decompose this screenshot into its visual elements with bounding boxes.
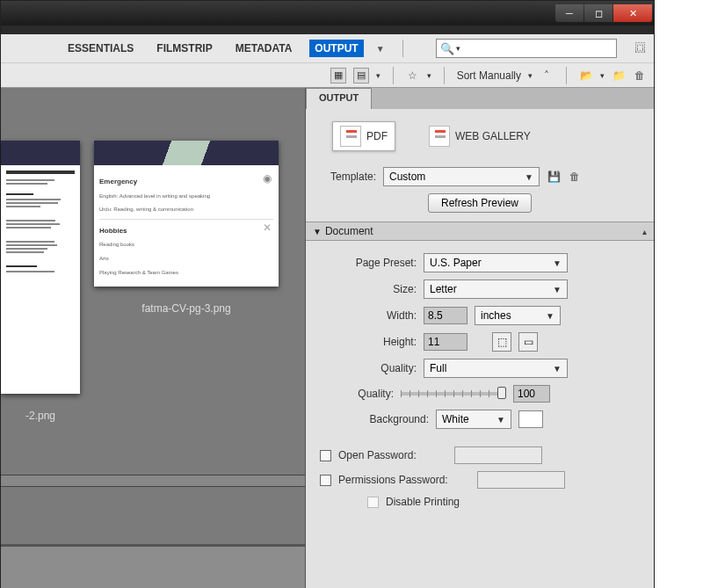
workspace-tab-output[interactable]: OUTPUT bbox=[309, 40, 363, 57]
permissions-password-label: Permissions Password: bbox=[338, 474, 470, 486]
sort-direction-icon[interactable]: ˄ bbox=[540, 69, 554, 83]
workspace-tab-filmstrip[interactable]: FILMSTRIP bbox=[151, 40, 217, 57]
window-maximize-button[interactable]: ◻ bbox=[584, 4, 612, 22]
document-section-title: Document bbox=[325, 225, 373, 237]
width-input[interactable] bbox=[424, 307, 467, 324]
delete-template-icon[interactable]: 🗑 bbox=[568, 170, 582, 184]
panel-tab-output[interactable]: OUTPUT bbox=[306, 88, 372, 109]
view-dropdown-icon[interactable]: ▾ bbox=[376, 71, 380, 80]
disable-printing-label: Disable Printing bbox=[386, 496, 460, 508]
window-titlebar: ─ ◻ ✕ bbox=[1, 1, 654, 25]
page-preset-value: U.S. Paper bbox=[430, 257, 482, 269]
width-unit-value: inches bbox=[481, 309, 511, 322]
scroll-up-icon[interactable]: ▴ bbox=[642, 227, 647, 236]
sort-dropdown-icon[interactable]: ▾ bbox=[528, 71, 533, 80]
height-label: Height: bbox=[320, 336, 417, 348]
search-field[interactable]: 🔍 ▾ bbox=[436, 39, 616, 58]
workspace-tab-metadata[interactable]: METADATA bbox=[230, 40, 298, 57]
web-gallery-label: WEB GALLERY bbox=[455, 130, 531, 142]
compact-mode-icon[interactable]: ⿴ bbox=[634, 41, 647, 55]
workspace-tab-essentials[interactable]: ESSENTIALS bbox=[62, 40, 139, 57]
window-close-button[interactable]: ✕ bbox=[613, 4, 652, 22]
template-label: Template: bbox=[320, 171, 376, 183]
permissions-password-checkbox[interactable] bbox=[320, 475, 331, 486]
new-folder-icon[interactable]: 📁 bbox=[612, 69, 626, 83]
quality-preset-select[interactable]: Full ▼ bbox=[424, 359, 568, 378]
application-bar: ESSENTIALS FILMSTRIP METADATA OUTPUT ▼ 🔍… bbox=[1, 34, 654, 88]
page-preset-label: Page Preset: bbox=[320, 257, 417, 269]
view-grid-icon[interactable]: ▦ bbox=[330, 68, 346, 83]
size-value: Letter bbox=[430, 283, 457, 295]
chevron-down-icon: ▼ bbox=[553, 258, 562, 268]
triangle-down-icon: ▼ bbox=[313, 227, 322, 236]
background-value: White bbox=[442, 413, 469, 425]
template-value: Custom bbox=[389, 171, 425, 183]
chevron-down-icon: ▼ bbox=[496, 415, 505, 425]
open-password-checkbox[interactable] bbox=[320, 450, 331, 461]
star-dropdown-icon[interactable]: ▾ bbox=[427, 71, 431, 80]
toolbar-row: ▦ ▤ ▾ ☆ ▾ Sort Manually ▾ ˄ 📂 ▾ 📁 🗑 bbox=[1, 62, 654, 87]
divider bbox=[444, 67, 445, 84]
chevron-down-icon: ▼ bbox=[546, 311, 554, 321]
divider bbox=[566, 67, 567, 84]
pdf-icon bbox=[340, 126, 361, 147]
open-dropdown-icon[interactable]: ▾ bbox=[600, 71, 605, 80]
workspace-menu-dropdown-icon[interactable]: ▼ bbox=[376, 44, 385, 54]
search-input[interactable] bbox=[460, 42, 612, 54]
output-format-webgallery[interactable]: WEB GALLERY bbox=[422, 122, 538, 150]
size-select[interactable]: Letter ▼ bbox=[424, 279, 568, 299]
output-format-pdf[interactable]: PDF bbox=[332, 121, 395, 151]
star-rating-icon[interactable]: ☆ bbox=[406, 69, 420, 83]
save-template-icon[interactable]: 💾 bbox=[547, 170, 561, 184]
quality-preset-label: Quality: bbox=[320, 362, 417, 374]
open-recent-icon[interactable]: 📂 bbox=[579, 69, 593, 83]
refresh-row: Refresh Preview bbox=[306, 190, 654, 221]
work-area: -2.png ◉ Emergency English: Advanced lev… bbox=[1, 88, 654, 588]
chevron-down-icon: ▼ bbox=[553, 364, 562, 374]
output-format-row: PDF WEB GALLERY bbox=[306, 109, 654, 163]
globe-icon: ◉ bbox=[263, 172, 272, 186]
output-panel: OUTPUT PDF WEB GALLERY Template: Custom … bbox=[305, 88, 654, 588]
page-preset-select[interactable]: U.S. Paper ▼ bbox=[424, 253, 568, 272]
open-password-input[interactable] bbox=[454, 446, 542, 464]
document-section-header[interactable]: ▼ Document ▴ bbox=[306, 221, 654, 241]
app-window: ─ ◻ ✕ ESSENTIALS FILMSTRIP METADATA OUTP… bbox=[0, 0, 655, 588]
template-select[interactable]: Custom ▼ bbox=[383, 167, 540, 186]
horizontal-scrollbar[interactable] bbox=[1, 475, 305, 487]
refresh-preview-button[interactable]: Refresh Preview bbox=[428, 193, 532, 213]
close-icon: ✕ bbox=[263, 221, 272, 236]
thumbnail-filename: fatma-CV-pg-3.png bbox=[94, 302, 279, 315]
open-password-label: Open Password: bbox=[338, 449, 447, 461]
permissions-password-input[interactable] bbox=[477, 471, 565, 489]
quality-slider-label: Quality: bbox=[320, 388, 394, 400]
chevron-down-icon: ▼ bbox=[525, 172, 533, 182]
thumbnail-row: -2.png ◉ Emergency English: Advanced lev… bbox=[1, 141, 305, 422]
panel-tab-bar: OUTPUT bbox=[306, 88, 654, 109]
background-color-swatch[interactable] bbox=[518, 410, 543, 428]
thumbnail-filename: -2.png bbox=[1, 410, 80, 422]
template-row: Template: Custom ▼ 💾 🗑 bbox=[306, 163, 654, 190]
background-label: Background: bbox=[320, 413, 429, 425]
orientation-landscape-icon[interactable]: ▭ bbox=[518, 332, 538, 352]
view-thumb-icon[interactable]: ▤ bbox=[353, 68, 369, 83]
trash-icon[interactable]: 🗑 bbox=[633, 69, 647, 83]
width-unit-select[interactable]: inches ▼ bbox=[475, 306, 561, 325]
divider bbox=[393, 67, 394, 84]
background-select[interactable]: White ▼ bbox=[436, 410, 511, 429]
web-gallery-icon bbox=[429, 126, 450, 147]
height-input[interactable] bbox=[424, 333, 467, 351]
window-minimize-button[interactable]: ─ bbox=[555, 4, 583, 22]
chrome-gap bbox=[1, 25, 654, 34]
disable-printing-checkbox bbox=[367, 497, 379, 508]
quality-slider[interactable] bbox=[401, 392, 506, 396]
quality-preset-value: Full bbox=[430, 362, 446, 374]
orientation-portrait-icon[interactable]: ⬚ bbox=[492, 332, 511, 352]
thumbnail-item[interactable]: -2.png bbox=[1, 141, 80, 422]
thumbnail-item[interactable]: ◉ Emergency English: Advanced level in w… bbox=[94, 141, 279, 422]
sort-menu[interactable]: Sort Manually bbox=[457, 69, 521, 82]
filmstrip-area bbox=[1, 544, 305, 588]
chevron-down-icon: ▼ bbox=[553, 285, 562, 294]
quality-number-input[interactable] bbox=[513, 385, 550, 403]
pdf-label: PDF bbox=[366, 130, 388, 142]
workspace-row: ESSENTIALS FILMSTRIP METADATA OUTPUT ▼ 🔍… bbox=[1, 34, 654, 62]
